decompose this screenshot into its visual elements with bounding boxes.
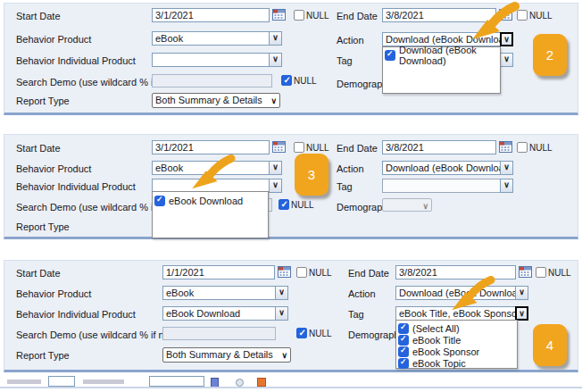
behavior-product-label: Behavior Product [16,163,91,174]
action-label: Action [348,288,376,299]
end-date-label: End Date [337,143,378,154]
report-type-label: Report Type [16,96,70,106]
tag-dropdown-icon[interactable] [500,179,513,193]
export-icon[interactable] [257,378,266,387]
null-label: NULL [291,200,314,210]
action-dropdown-icon[interactable] [515,286,528,300]
report-type-select[interactable]: Both Summary & Details [162,347,291,363]
action-label: Action [337,163,364,174]
end-date-input[interactable] [382,140,496,154]
behavior-individual-product-label: Behavior Individual Product [16,181,136,192]
report-type-select[interactable]: Both Summary & Details [152,93,280,108]
start-date-input[interactable] [152,8,270,22]
end-date-calendar-icon[interactable] [519,266,532,278]
null-label: NULL [306,143,329,153]
toolbar-input[interactable] [48,376,75,387]
search-demo-null-checkbox[interactable] [281,75,292,86]
tag-dropdown-icon[interactable] [515,306,528,321]
null-label: NULL [294,76,317,86]
null-label: NULL [309,329,332,338]
behavior-individual-product-dropdown-icon[interactable] [275,306,288,321]
behavior-individual-product-label: Behavior Individual Product [16,309,136,320]
cropped-text [83,379,124,384]
action-dropdown-icon[interactable] [500,161,513,175]
dropdown-item[interactable]: eBook Sponsor [396,346,517,357]
report-type-label: Report Type [16,221,70,232]
checked-checkbox-icon[interactable] [398,323,409,334]
behavior-product-dropdown-icon[interactable] [269,31,282,46]
dropdown-item-label: eBook Download [169,196,243,206]
behavior-product-dropdown-icon[interactable] [269,161,282,175]
toolbar-input[interactable] [149,376,204,387]
checked-checkbox-icon[interactable] [154,196,165,206]
action-label: Action [337,35,364,46]
dropdown-item-label: eBook Title [412,335,461,346]
tag-dropdown-icon[interactable] [500,53,513,67]
end-date-calendar-icon[interactable] [499,141,512,153]
action-dropdown-list: Download (eBook Download) [382,46,501,94]
checked-checkbox-icon[interactable] [398,358,409,369]
null-label: NULL [306,11,329,21]
tag-label: Tag [337,55,353,66]
behavior-product-select[interactable]: eBook [152,31,270,46]
end-date-null-checkbox[interactable] [517,142,528,153]
search-demo-input[interactable] [162,327,276,340]
checked-checkbox-icon[interactable] [398,346,409,357]
null-label: NULL [529,143,553,153]
tag-label: Tag [337,181,353,192]
behavior-individual-product-dropdown-icon[interactable] [269,179,282,193]
behavior-product-label: Behavior Product [16,288,91,299]
null-label: NULL [529,11,553,21]
end-date-null-checkbox[interactable] [536,267,546,278]
dropdown-item-label: Download (eBook Download) [399,45,498,66]
search-demo-null-checkbox[interactable] [296,328,307,338]
callout-arrow-icon [469,2,520,41]
start-date-calendar-icon[interactable] [272,9,286,21]
start-date-label: Start Date [16,143,61,154]
null-label: NULL [309,268,332,278]
checked-checkbox-icon[interactable] [385,50,395,61]
search-demo-null-checkbox[interactable] [279,199,289,210]
dropdown-item[interactable]: eBook Title [396,334,517,346]
report-filter-screen: Start Date NULL End Date NULL Behavior P… [0,0,582,392]
checked-checkbox-icon[interactable] [398,335,409,346]
behavior-product-select[interactable]: eBook [162,286,276,300]
behavior-individual-product-select[interactable] [152,53,270,67]
step-3-badge: 3 [295,154,328,196]
start-date-label: Start Date [16,268,61,279]
tag-label: Tag [348,309,364,320]
dropdown-item[interactable]: eBook Topic [396,357,517,369]
dropdown-item[interactable]: Download (eBook Download) [383,49,500,61]
behavior-product-dropdown-icon[interactable] [275,286,288,300]
start-date-label: Start Date [16,11,61,21]
start-date-calendar-icon[interactable] [278,266,291,278]
search-demo-input[interactable] [152,74,272,88]
behavior-individual-product-dropdown-icon[interactable] [269,53,282,67]
callout-arrow-icon [188,154,237,190]
start-date-calendar-icon[interactable] [272,141,286,153]
cropped-text [7,379,41,384]
end-date-label: End Date [337,11,378,21]
report-type-label: Report Type [16,350,70,361]
behavior-individual-product-label: Behavior Individual Product [16,55,136,66]
start-date-null-checkbox[interactable] [294,142,304,153]
start-date-input[interactable] [152,140,270,154]
dropdown-item-label: (Select All) [412,323,460,334]
behavior-product-label: Behavior Product [16,34,91,45]
action-select[interactable]: Download (eBook Download) [382,161,501,175]
dropdown-item[interactable]: eBook Download [153,195,268,206]
dropdown-item-label: eBook Topic [412,358,466,369]
behavior-individual-product-select[interactable]: eBook Download [162,306,276,321]
dropdown-item-label: eBook Sponsor [412,346,479,357]
start-date-input[interactable] [162,265,275,279]
tag-select[interactable] [382,179,501,193]
demographic-select[interactable] [382,198,432,212]
step-4-badge: 4 [533,324,567,366]
start-date-null-checkbox[interactable] [296,267,307,278]
behavior-individual-product-dropdown-list: eBook Download [152,191,269,238]
dropdown-item[interactable]: (Select All) [396,322,517,334]
end-date-label: End Date [348,268,389,279]
help-icon[interactable] [236,379,244,387]
callout-arrow-icon [447,276,497,312]
start-date-null-checkbox[interactable] [294,10,304,21]
